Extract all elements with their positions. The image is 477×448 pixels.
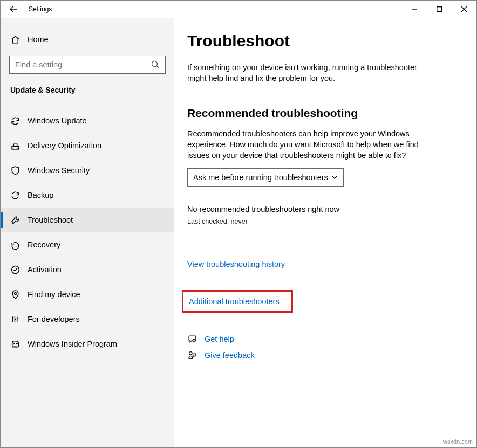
svg-point-1	[152, 61, 158, 67]
svg-point-4	[14, 292, 16, 294]
minimize-button[interactable]	[402, 1, 427, 18]
sidebar-item-label: Windows Security	[28, 166, 90, 175]
delivery-icon	[10, 141, 20, 150]
sidebar-item-label: Backup	[28, 191, 53, 199]
sidebar-item-label: Find my device	[28, 290, 80, 299]
search-box[interactable]	[9, 56, 166, 74]
dropdown-value: Ask me before running troubleshooters	[193, 173, 328, 182]
section-description: Recommended troubleshooters can help imp…	[187, 128, 430, 161]
sidebar-item-label: Recovery	[28, 240, 60, 249]
section-heading: Recommended troubleshooting	[187, 107, 460, 120]
shield-icon	[10, 166, 20, 175]
last-checked-text: Last checked: never	[187, 218, 460, 225]
sidebar-item-label: Activation	[28, 265, 62, 274]
recovery-icon	[10, 240, 20, 250]
troubleshoot-preference-dropdown[interactable]: Ask me before running troubleshooters	[187, 168, 344, 187]
svg-point-8	[193, 339, 195, 342]
close-button[interactable]	[452, 1, 476, 18]
sidebar-item-find-my-device[interactable]: Find my device	[1, 282, 174, 307]
give-feedback-row[interactable]: Give feedback	[187, 347, 460, 363]
wrench-icon	[10, 216, 20, 225]
sidebar: Home Update & Security Windows Update De…	[1, 18, 174, 447]
svg-point-9	[189, 352, 192, 355]
intro-text: If something on your device isn't workin…	[187, 62, 430, 84]
highlight-box: Additional troubleshooters	[182, 290, 293, 313]
additional-troubleshooters-link[interactable]: Additional troubleshooters	[189, 297, 280, 306]
search-icon	[151, 60, 160, 69]
titlebar: Settings	[1, 1, 476, 18]
location-icon	[10, 290, 20, 299]
category-title: Update & Security	[1, 86, 174, 94]
give-feedback-label: Give feedback	[205, 351, 255, 360]
page-title: Troubleshoot	[187, 32, 460, 50]
get-help-row[interactable]: Get help	[187, 331, 460, 347]
sidebar-item-windows-security[interactable]: Windows Security	[1, 158, 174, 183]
sidebar-home-label: Home	[28, 35, 49, 44]
sidebar-item-troubleshoot[interactable]: Troubleshoot	[1, 208, 174, 232]
sync-icon	[10, 116, 20, 126]
app-title: Settings	[26, 5, 52, 13]
chat-icon	[187, 335, 197, 344]
sidebar-item-label: Windows Insider Program	[28, 340, 117, 348]
get-help-label: Get help	[205, 335, 234, 343]
close-icon	[461, 6, 467, 12]
sidebar-item-recovery[interactable]: Recovery	[1, 232, 174, 257]
sidebar-item-label: Windows Update	[28, 116, 87, 125]
search-input[interactable]	[15, 60, 151, 69]
backup-icon	[10, 191, 20, 200]
arrow-left-icon	[9, 5, 18, 13]
svg-point-7	[16, 343, 17, 344]
sidebar-item-windows-insider[interactable]: Windows Insider Program	[1, 332, 174, 356]
watermark: wsxdn.com	[443, 438, 473, 445]
sidebar-item-for-developers[interactable]: For developers	[1, 307, 174, 332]
sidebar-item-home[interactable]: Home	[1, 30, 174, 49]
no-recommended-text: No recommended troubleshooters right now	[187, 205, 460, 213]
sidebar-item-delivery-optimization[interactable]: Delivery Optimization	[1, 133, 174, 158]
sidebar-item-activation[interactable]: Activation	[1, 257, 174, 282]
feedback-icon	[187, 351, 197, 360]
sidebar-item-backup[interactable]: Backup	[1, 183, 174, 208]
view-history-link[interactable]: View troubleshooting history	[187, 260, 460, 268]
back-button[interactable]	[1, 1, 26, 18]
insider-icon	[10, 340, 20, 349]
svg-point-6	[13, 343, 14, 344]
chevron-down-icon	[331, 174, 338, 181]
sidebar-item-label: Delivery Optimization	[28, 141, 101, 150]
developers-icon	[10, 315, 20, 324]
minimize-icon	[412, 6, 417, 12]
check-circle-icon	[10, 265, 20, 274]
sidebar-item-label: For developers	[28, 315, 80, 323]
sidebar-item-windows-update[interactable]: Windows Update	[1, 108, 174, 133]
main-content: Troubleshoot If something on your device…	[174, 18, 476, 447]
maximize-icon	[437, 6, 442, 12]
home-icon	[10, 35, 20, 44]
sidebar-nav: Windows Update Delivery Optimization Win…	[1, 108, 174, 356]
sidebar-item-label: Troubleshoot	[28, 216, 73, 224]
svg-rect-0	[437, 7, 442, 12]
maximize-button[interactable]	[427, 1, 452, 18]
